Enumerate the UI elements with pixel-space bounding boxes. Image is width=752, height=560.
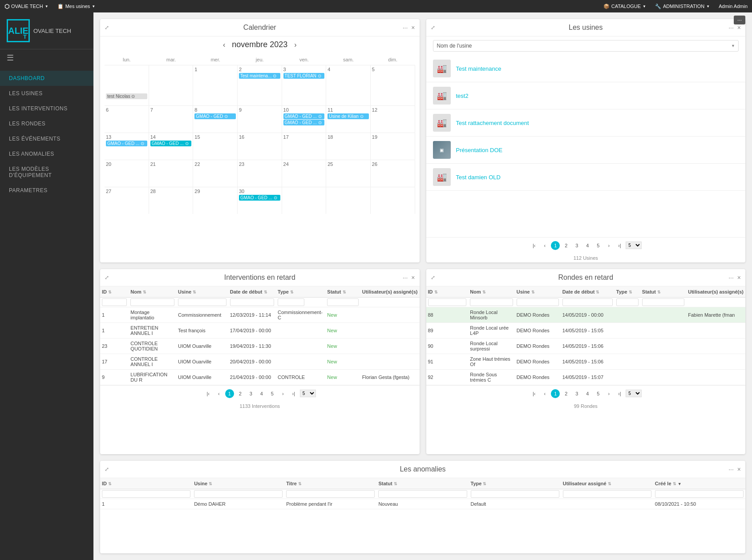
sidebar-item-evenements[interactable]: LES ÉVÉNEMENTS [0,131,93,146]
rondes-expand-button[interactable]: ⤢ [431,274,435,281]
th-user[interactable]: Utilisateur(s) assigné(s) [686,286,745,298]
usines-page-1[interactable]: 1 [551,241,560,250]
usines-options-button[interactable]: ··· [728,24,734,31]
cal-cell[interactable]: 28 [149,187,194,214]
cal-cell[interactable]: 19 [371,133,415,160]
int-prev-page[interactable]: ‹ [214,389,223,398]
calendar-next-button[interactable]: › [294,41,296,49]
ron-page-1[interactable]: 1 [551,389,560,398]
cal-cell[interactable]: 5 [371,65,415,92]
th-type[interactable]: Type ⇅ [276,286,325,298]
nav-administration[interactable]: 🔧 ADMINISTRATION ▼ [655,4,710,9]
anom-filter-date[interactable] [655,490,744,498]
calendar-expand-button[interactable]: ⤢ [105,24,109,31]
th-date[interactable]: Créé le ⇅ ▼ [653,478,745,489]
usines-per-page-select[interactable]: 51025 [626,242,642,249]
cal-event[interactable]: GMAO - GED ... ⊙ [283,113,325,119]
cal-cell[interactable]: 3 TEST FLORIAN ⊙ [282,65,327,92]
anom-filter-usine[interactable] [194,490,283,498]
cal-cell[interactable]: 13 GMAO - GED ... ⊙ [105,133,149,160]
int-last-page[interactable]: ›| [289,389,298,398]
usine-item-2[interactable]: 🏭 test2 [426,82,746,109]
cal-cell-nicolas[interactable]: test Nicolas ⊙ [105,92,149,105]
nav-user[interactable]: Admin Admin [719,4,748,9]
anom-filter-type[interactable] [471,490,559,498]
chevron-down-icon[interactable]: ▼ [678,482,682,486]
ronde-filter-nom[interactable] [470,298,513,306]
sidebar-item-interventions[interactable]: LES INTERVENTIONS [0,101,93,116]
th-type[interactable]: Type ⇅ [469,478,561,489]
cal-cell[interactable]: 6 [105,106,149,133]
cal-cell[interactable] [105,65,149,92]
cal-cell[interactable]: 30 GMAO - GED ... ⊙ [238,187,282,214]
usines-prev-page[interactable]: ‹ [540,241,549,250]
anomalies-expand-button[interactable]: ⤢ [105,466,109,472]
cal-cell[interactable]: 21 [149,160,194,187]
cal-cell[interactable]: 1 [193,65,238,92]
ronde-filter-usine[interactable] [517,298,559,306]
anom-filter-id[interactable] [102,490,190,498]
int-page-1[interactable]: 1 [225,389,234,398]
cal-cell[interactable]: 10 GMAO - GED ... ⊙ GMAO - GED ... ⊙ [282,106,327,133]
th-nom[interactable]: Nom ⇅ [468,286,514,298]
cal-cell[interactable]: 16 [238,133,282,160]
usine-item-5[interactable]: 🏭 Test damien OLD [426,164,746,191]
int-page-4[interactable]: 4 [257,389,266,398]
nav-logo[interactable]: ⬡ OVALIE TECH ▼ [4,3,49,10]
cal-event[interactable]: TEST FLORIAN ⊙ [283,73,325,79]
calendar-options-button[interactable]: ··· [403,24,408,31]
cal-cell[interactable]: 18 [326,133,371,160]
cal-event[interactable]: GMAO - GED ... ⊙ [150,141,192,146]
interventions-close-button[interactable]: × [411,274,415,281]
rondes-options-button[interactable]: ··· [728,274,734,281]
ron-next-page[interactable]: › [604,389,613,398]
cal-cell[interactable]: 17 [282,133,327,160]
dashboard-dots[interactable]: ··· [734,16,745,24]
cal-cell[interactable]: 20 [105,160,149,187]
usines-close-button[interactable]: × [737,24,741,31]
usines-last-page[interactable]: ›| [615,241,624,250]
usine-item-1[interactable]: 🏭 Test maintenance [426,55,746,82]
cal-cell[interactable]: 11 Usine de Kilian ⊙ [326,106,371,133]
ronde-filter-type[interactable] [616,298,639,306]
cal-cell[interactable]: 14 GMAO - GED ... ⊙ [149,133,194,160]
cal-cell[interactable]: 4 [326,65,371,92]
cal-event[interactable]: Usine de Kilian ⊙ [327,113,369,119]
interventions-expand-button[interactable]: ⤢ [105,274,109,281]
th-statut[interactable]: Statut ⇅ [376,478,469,489]
sidebar-item-dashboard[interactable]: DASHBOARD [0,71,93,86]
cal-event[interactable]: GMAO - GED ⊙ [194,113,236,119]
usines-filter-select[interactable]: Nom de l'usine [433,40,739,52]
ronde-filter-id[interactable] [428,298,467,306]
cal-cell[interactable]: 15 [193,133,238,160]
sidebar-item-anomalies[interactable]: LES ANOMALIES [0,146,93,161]
usine-item-3[interactable]: 🏭 Test rattachement document [426,109,746,137]
cal-cell[interactable]: 8 GMAO - GED ⊙ [193,106,238,133]
int-first-page[interactable]: |‹ [204,389,213,398]
int-page-3[interactable]: 3 [247,389,255,398]
cal-cell[interactable]: 23 [238,160,282,187]
cal-cell[interactable]: 22 [193,160,238,187]
sidebar-item-usines[interactable]: LES USINES [0,86,93,101]
ron-page-3[interactable]: 3 [572,389,581,398]
ron-last-page[interactable]: ›| [615,389,624,398]
sidebar-item-rondes[interactable]: LES RONDES [0,116,93,131]
th-titre[interactable]: Titre ⇅ [284,478,376,489]
usines-page-4[interactable]: 4 [583,241,592,250]
filter-usine-input[interactable] [178,298,226,306]
cal-event[interactable]: GMAO - GED ... ⊙ [239,195,280,201]
usines-first-page[interactable]: |‹ [530,241,538,250]
cal-cell[interactable]: 9 [238,106,282,133]
cal-event-nicolas[interactable]: test Nicolas ⊙ [106,93,147,99]
cal-cell[interactable] [149,65,194,92]
int-page-5[interactable]: 5 [268,389,277,398]
usines-page-2[interactable]: 2 [562,241,570,250]
calendar-close-button[interactable]: × [411,24,415,31]
th-usine[interactable]: Usine ⇅ [192,478,284,489]
usines-expand-button[interactable]: ⤢ [431,24,435,31]
th-id[interactable]: ID ⇅ [426,286,469,298]
ronde-filter-date[interactable] [562,298,613,306]
th-statut[interactable]: Statut ⇅ [325,286,360,298]
anomalies-options-button[interactable]: ··· [728,466,734,473]
cal-cell[interactable]: 24 [282,160,327,187]
